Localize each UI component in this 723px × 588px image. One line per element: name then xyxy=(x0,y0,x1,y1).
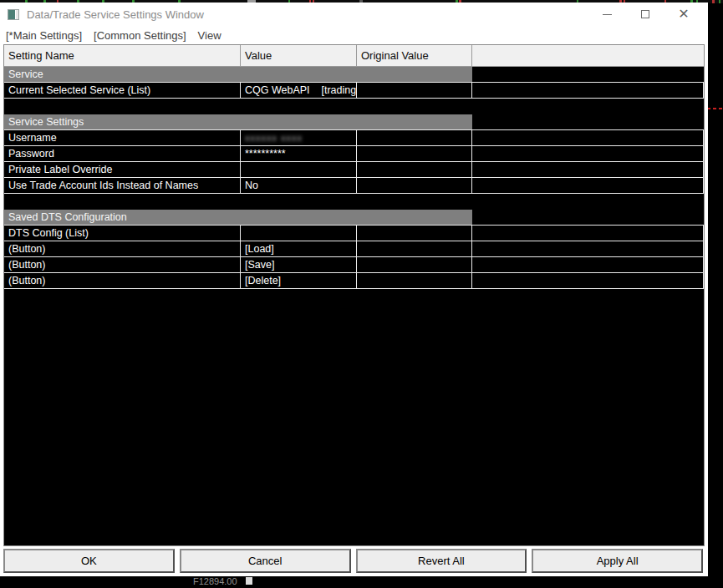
table-row[interactable]: (Button)[Delete] xyxy=(4,273,704,289)
window-controls: ✕ xyxy=(588,3,703,26)
setting-name: Private Label Override xyxy=(4,162,241,177)
setting-extra-cell xyxy=(472,241,704,256)
setting-extra-cell xyxy=(472,226,704,241)
setting-name: Password xyxy=(4,146,241,161)
setting-value xyxy=(241,162,357,177)
chart-tick xyxy=(712,0,715,3)
setting-original-value xyxy=(357,146,472,161)
settings-table: Setting Name Value Original Value Servic… xyxy=(3,44,705,546)
section-label: Service xyxy=(4,67,472,82)
setting-name: (Button) xyxy=(4,273,241,288)
col-header-original-value: Original Value xyxy=(357,45,472,66)
setting-value: [Save] xyxy=(241,257,357,272)
setting-original-value xyxy=(357,273,472,288)
cancel-button[interactable]: Cancel xyxy=(180,549,351,573)
ok-button[interactable]: OK xyxy=(3,549,175,573)
table-row[interactable]: Private Label Override xyxy=(4,162,704,178)
menu-main-settings[interactable]: [*Main Settings] xyxy=(6,29,82,42)
setting-original-value xyxy=(357,226,472,241)
price-marker-square-icon xyxy=(246,577,252,585)
col-header-setting-name: Setting Name xyxy=(4,45,241,66)
chart-tick xyxy=(719,0,720,3)
setting-name: (Button) xyxy=(4,257,241,272)
setting-original-value xyxy=(357,130,472,145)
table-empty-area xyxy=(4,289,704,545)
menu-view[interactable]: View xyxy=(198,29,221,42)
footer-buttons: OK Cancel Revert All Apply All xyxy=(3,549,703,573)
section-row: Service Settings xyxy=(4,114,704,130)
menubar: [*Main Settings] [Common Settings] View xyxy=(0,26,708,44)
col-header-value: Value xyxy=(241,45,357,66)
setting-name: (Button) xyxy=(4,241,241,256)
section-tail xyxy=(472,210,704,225)
setting-extra-cell xyxy=(472,130,704,145)
col-header-blank xyxy=(472,45,704,66)
table-row[interactable]: (Button)[Save] xyxy=(4,257,704,273)
setting-original-value xyxy=(357,178,472,193)
setting-extra-cell xyxy=(472,146,704,161)
spacer-row xyxy=(4,99,704,114)
setting-extra-cell xyxy=(472,83,704,98)
background-bottom-strip: F12894.00 xyxy=(0,576,723,588)
setting-name: Username xyxy=(4,130,241,145)
setting-extra-cell xyxy=(472,273,704,288)
setting-value: CQG WebAPI [trading] xyxy=(241,83,357,98)
minimize-button[interactable] xyxy=(588,3,626,26)
setting-name: DTS Config (List) xyxy=(4,226,241,241)
window-title: Data/Trade Service Settings Window xyxy=(27,8,204,21)
maximize-icon xyxy=(641,10,649,18)
section-tail xyxy=(472,114,704,129)
maximize-button[interactable] xyxy=(626,3,664,26)
menu-common-settings[interactable]: [Common Settings] xyxy=(94,29,186,42)
spacer-row xyxy=(4,194,704,210)
app-icon xyxy=(8,9,19,20)
minimize-icon xyxy=(603,14,612,15)
price-label: F12894.00 xyxy=(193,576,237,586)
setting-original-value xyxy=(357,162,472,177)
setting-original-value xyxy=(357,83,472,98)
section-row: Saved DTS Configuration xyxy=(4,210,704,226)
setting-value: No xyxy=(241,178,357,193)
setting-original-value xyxy=(357,241,472,256)
setting-value: xxxxxx xxxx xyxy=(241,130,357,145)
setting-value xyxy=(241,226,357,241)
setting-value: [Delete] xyxy=(241,273,357,288)
section-label: Saved DTS Configuration xyxy=(4,210,472,225)
table-rows: ServiceCurrent Selected Service (List)CQ… xyxy=(4,67,704,289)
setting-value: ********** xyxy=(241,146,357,161)
table-row[interactable]: Use Trade Account Ids Instead of NamesNo xyxy=(4,178,704,194)
setting-extra-cell xyxy=(472,178,704,193)
close-button[interactable]: ✕ xyxy=(664,3,703,26)
setting-name: Use Trade Account Ids Instead of Names xyxy=(4,178,241,193)
table-row[interactable]: Usernamexxxxxx xxxx xyxy=(4,130,704,146)
table-row[interactable]: (Button)[Load] xyxy=(4,241,704,257)
table-header: Setting Name Value Original Value xyxy=(4,45,704,67)
table-row[interactable]: Current Selected Service (List)CQG WebAP… xyxy=(4,83,704,99)
revert-all-button[interactable]: Revert All xyxy=(356,549,527,573)
price-dashed-line xyxy=(707,108,723,109)
apply-all-button[interactable]: Apply All xyxy=(532,549,703,573)
setting-extra-cell xyxy=(472,162,704,177)
settings-window: Data/Trade Service Settings Window ✕ [*M… xyxy=(0,3,708,576)
redacted-username-value: xxxxxx xxxx xyxy=(245,133,303,143)
titlebar: Data/Trade Service Settings Window ✕ xyxy=(0,3,708,26)
setting-original-value xyxy=(357,257,472,272)
section-row: Service xyxy=(4,67,704,83)
setting-extra-cell xyxy=(472,257,704,272)
close-icon: ✕ xyxy=(678,8,689,21)
section-tail xyxy=(472,67,704,82)
table-row[interactable]: Password********** xyxy=(4,146,704,162)
setting-value: [Load] xyxy=(241,241,357,256)
setting-name: Current Selected Service (List) xyxy=(4,83,241,98)
table-row[interactable]: DTS Config (List) xyxy=(4,226,704,241)
section-label: Service Settings xyxy=(4,114,472,129)
